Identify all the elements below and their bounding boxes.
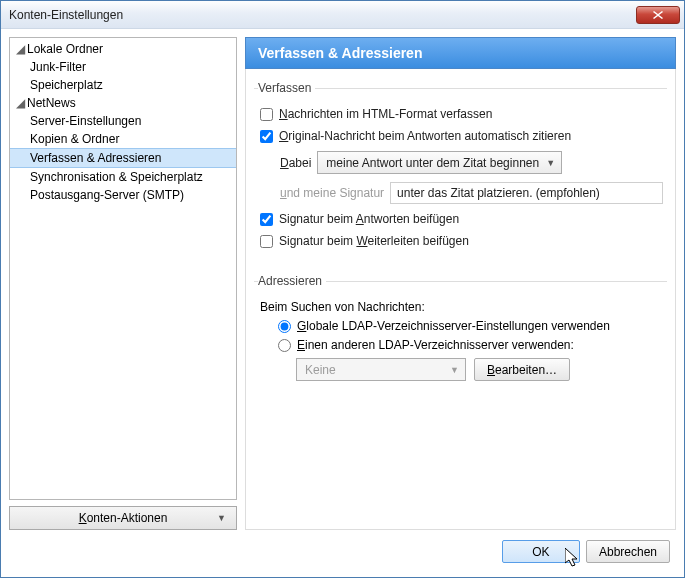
address-group: Adressieren Beim Suchen von Nachrichten:… <box>254 274 667 381</box>
search-note: Beim Suchen von Nachrichten: <box>260 300 663 314</box>
row-html: Nachrichten im HTML-Format verfassen <box>258 107 663 121</box>
tree-item-netnews[interactable]: ◢NetNews <box>10 94 236 112</box>
checkbox-sig-reply[interactable] <box>260 213 273 226</box>
label-quote: Original-Nachricht beim Antworten automa… <box>279 129 571 143</box>
ldap-sub-row: Keine ▼ Bearbeiten… <box>258 358 663 381</box>
main-row: ◢Lokale Ordner Junk-Filter Speicherplatz… <box>9 37 676 530</box>
titlebar[interactable]: Konten-Einstellungen <box>1 1 684 29</box>
label-sig-forward: Signatur beim Weiterleiten beifügen <box>279 234 469 248</box>
dialog-body: ◢Lokale Ordner Junk-Filter Speicherplatz… <box>1 29 684 577</box>
chevron-down-icon: ▼ <box>546 158 555 168</box>
row-sig-reply: Signatur beim Antworten beifügen <box>258 212 663 226</box>
edit-ldap-button[interactable]: Bearbeiten… <box>474 358 570 381</box>
twisty-icon: ◢ <box>16 94 25 112</box>
dialog-footer: OK Abbrechen <box>9 530 676 569</box>
dropdown-sig-position: unter das Zitat platzieren. (empfohlen) <box>390 182 663 204</box>
account-actions-button[interactable]: Konten-Aktionen ▼ <box>9 506 237 530</box>
radio-row-other: Einen anderen LDAP-Verzeichnisserver ver… <box>258 338 663 352</box>
tree-item-storage[interactable]: Speicherplatz <box>10 76 236 94</box>
radio-ldap-global[interactable] <box>278 320 291 333</box>
compose-legend: Verfassen <box>258 81 315 95</box>
tree-item-compose[interactable]: Verfassen & Adressieren <box>10 148 236 168</box>
account-actions-label: Konten-Aktionen <box>79 511 168 525</box>
radio-ldap-other[interactable] <box>278 339 291 352</box>
row-sig-place: und meine Signatur unter das Zitat platz… <box>258 182 663 204</box>
label-sig-place: und meine Signatur <box>280 186 384 200</box>
label-ldap-global: Globale LDAP-Verzeichnisserver-Einstellu… <box>297 319 610 333</box>
panel-body: Verfassen Nachrichten im HTML-Format ver… <box>245 69 676 530</box>
tree-item-local-folders[interactable]: ◢Lokale Ordner <box>10 40 236 58</box>
ok-button[interactable]: OK <box>502 540 580 563</box>
address-legend: Adressieren <box>258 274 326 288</box>
tree-item-sync[interactable]: Synchronisation & Speicherplatz <box>10 168 236 186</box>
checkbox-html[interactable] <box>260 108 273 121</box>
cancel-button[interactable]: Abbrechen <box>586 540 670 563</box>
tree-item-copies[interactable]: Kopien & Ordner <box>10 130 236 148</box>
chevron-down-icon: ▼ <box>217 513 226 523</box>
window-title: Konten-Einstellungen <box>9 8 636 22</box>
row-quote: Original-Nachricht beim Antworten automa… <box>258 129 663 143</box>
checkbox-sig-forward[interactable] <box>260 235 273 248</box>
dropdown-ldap-server: Keine ▼ <box>296 358 466 381</box>
settings-window: Konten-Einstellungen ◢Lokale Ordner Junk… <box>0 0 685 578</box>
label-ldap-other: Einen anderen LDAP-Verzeichnisserver ver… <box>297 338 574 352</box>
tree-column: ◢Lokale Ordner Junk-Filter Speicherplatz… <box>9 37 237 530</box>
label-html: Nachrichten im HTML-Format verfassen <box>279 107 492 121</box>
twisty-icon: ◢ <box>16 40 25 58</box>
radio-row-global: Globale LDAP-Verzeichnisserver-Einstellu… <box>258 319 663 333</box>
close-icon[interactable] <box>636 6 680 24</box>
tree-item-junk[interactable]: Junk-Filter <box>10 58 236 76</box>
tree-item-smtp[interactable]: Postausgang-Server (SMTP) <box>10 186 236 204</box>
row-sig-forward: Signatur beim Weiterleiten beifügen <box>258 234 663 248</box>
tree-item-server[interactable]: Server-Einstellungen <box>10 112 236 130</box>
row-dabei: Dabei meine Antwort unter dem Zitat begi… <box>258 151 663 174</box>
label-dabei: Dabei <box>280 156 311 170</box>
label-sig-reply: Signatur beim Antworten beifügen <box>279 212 459 226</box>
dropdown-reply-position[interactable]: meine Antwort unter dem Zitat beginnen ▼ <box>317 151 562 174</box>
chevron-down-icon: ▼ <box>450 365 459 375</box>
panel-title: Verfassen & Adressieren <box>245 37 676 69</box>
content-panel: Verfassen & Adressieren Verfassen Nachri… <box>245 37 676 530</box>
checkbox-quote[interactable] <box>260 130 273 143</box>
accounts-tree[interactable]: ◢Lokale Ordner Junk-Filter Speicherplatz… <box>9 37 237 500</box>
compose-group: Verfassen Nachrichten im HTML-Format ver… <box>254 81 667 256</box>
